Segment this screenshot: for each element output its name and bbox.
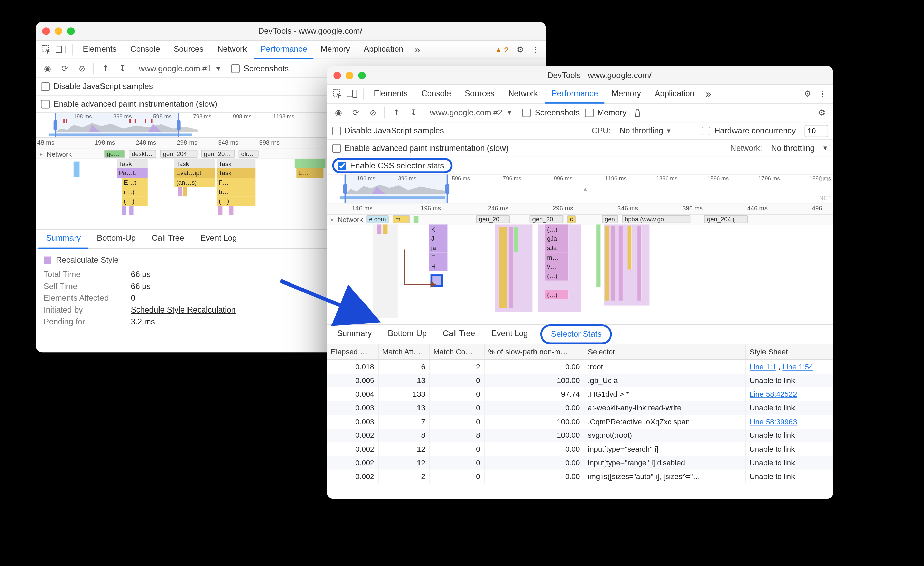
cpu-throttle-select[interactable]: No throttling ▼ [620,126,672,135]
table-row[interactable]: 0.0021200.00input[type="search" i]Unable… [327,442,833,456]
stylesheet-link[interactable]: Line 58:42522 [750,390,797,399]
network-track[interactable]: ▸ Network e.com m=… gen_20… gen_20… c ge… [327,214,833,224]
table-row[interactable]: 0.0031300.00a:-webkit-any-link:read-writ… [327,401,833,415]
col-match-count[interactable]: Match Co… [429,344,484,360]
tab-console[interactable]: Console [415,84,457,103]
table-row[interactable]: 0.002200.00img:is([sizes="auto" i], [siz… [327,470,833,483]
table-row[interactable]: 0.00370100.00.CqmPRe:active .oXqZxc span… [327,414,833,428]
table-row[interactable]: 0.018620.00:rootLine 1:1 , Line 1:54 [327,360,833,373]
memory-checkbox[interactable]: Memory [585,108,627,117]
tab-bottom-up[interactable]: Bottom-Up [89,229,143,249]
reload-record-icon[interactable]: ⟳ [58,63,71,73]
overview-timeline[interactable]: 196 ms 396 ms 596 ms 796 ms 996 ms 1196 … [327,175,833,203]
table-row[interactable]: 0.005130100.00.gb_Uc aUnable to link [327,373,833,387]
titlebar[interactable]: DevTools - www.google.com/ [36,22,546,40]
tab-event-log[interactable]: Event Log [193,229,244,249]
screenshots-checkbox[interactable]: Screenshots [231,63,289,73]
trash-icon[interactable] [632,108,644,117]
tab-network[interactable]: Network [211,40,253,59]
tab-call-tree[interactable]: Call Tree [435,324,483,344]
table-row[interactable]: 0.00288100.00svg:not(:root)Unable to lin… [327,428,833,442]
stylesheet-link[interactable]: Line 1:54 [782,362,813,371]
minimize-icon[interactable] [55,27,62,35]
kebab-menu-icon[interactable]: ⋮ [816,89,830,99]
tab-sources[interactable]: Sources [168,40,210,59]
paint-instr-checkbox[interactable]: Enable advanced paint instrumentation (s… [332,143,508,153]
zoom-icon[interactable] [358,71,366,79]
screenshots-checkbox[interactable]: Screenshots [522,108,580,117]
col-match-attempts[interactable]: Match Att… [378,344,429,360]
network-throttle-select[interactable]: No throttling ▼ [771,143,828,153]
table-row[interactable]: 0.0021200.00input[type="range" i]:disabl… [327,456,833,470]
col-stylesheet[interactable]: Style Sheet [746,344,833,360]
tab-performance[interactable]: Performance [545,84,604,103]
hw-concurrency-checkbox[interactable]: Hardware concurrency [702,126,796,135]
device-toolbar-icon[interactable] [346,89,360,98]
tab-performance[interactable]: Performance [254,40,313,59]
tab-application[interactable]: Application [648,84,701,103]
col-elapsed[interactable]: Elapsed …▼ [327,344,378,360]
overview-handle-right[interactable] [446,184,449,194]
perf-toolbar: ◉ ⟳ ⊘ ↥ ↧ www.google.com #2 ▼ Screenshot… [327,103,833,122]
inspect-icon[interactable] [331,89,345,99]
close-icon[interactable] [333,71,340,79]
stylesheet-link[interactable]: Line 58:39963 [750,417,797,426]
inspect-icon[interactable] [40,45,54,55]
enable-css-selector-stats-checkbox[interactable]: Enable CSS selector stats [332,158,453,173]
reload-record-icon[interactable]: ⟳ [350,108,362,117]
overview-handle-left[interactable] [343,184,347,194]
tab-elements[interactable]: Elements [368,84,414,103]
hw-concurrency-input[interactable] [804,124,828,137]
disable-js-checkbox[interactable]: Disable JavaScript samples [41,82,153,91]
tab-elements[interactable]: Elements [76,40,123,59]
overview-handle-right[interactable] [177,120,181,130]
profile-selector[interactable]: www.google.com #2 ▼ [425,108,517,117]
kebab-menu-icon[interactable]: ⋮ [528,45,542,54]
tab-event-log[interactable]: Event Log [484,324,536,344]
flame-ruler[interactable]: 146 ms 196 ms 246 ms 296 ms 346 ms 396 m… [327,203,833,214]
clear-icon[interactable]: ⊘ [367,108,380,117]
more-tabs-icon[interactable]: » [702,88,715,99]
tab-call-tree[interactable]: Call Tree [144,229,192,249]
net-track-label: NET [819,195,831,201]
flame-chart[interactable]: K J ja F H (…) gJa sJa m… v… (…) (…) [327,224,833,324]
download-icon[interactable]: ↧ [116,63,129,73]
col-selector[interactable]: Selector [584,344,746,360]
gear-icon[interactable]: ⚙ [513,45,527,54]
tab-memory[interactable]: Memory [605,84,647,103]
device-toolbar-icon[interactable] [55,45,69,54]
warnings-badge[interactable]: ▲ 2 [491,45,512,54]
overview-handle-left[interactable] [54,120,57,130]
more-tabs-icon[interactable]: » [411,44,424,55]
tab-summary[interactable]: Summary [39,229,88,249]
download-icon[interactable]: ↧ [407,108,420,117]
clear-icon[interactable]: ⊘ [76,63,88,73]
col-slow-path[interactable]: % of slow-path non-m… [484,344,584,360]
gear-icon[interactable]: ⚙ [801,89,814,99]
titlebar[interactable]: DevTools - www.google.com/ [327,66,833,84]
tab-console[interactable]: Console [124,40,166,59]
paint-instr-checkbox[interactable]: Enable advanced paint instrumentation (s… [41,99,218,108]
capture-settings-gear-icon[interactable]: ⚙ [816,108,828,117]
record-icon[interactable]: ◉ [41,63,54,73]
tab-application[interactable]: Application [357,40,410,59]
stylesheet-link[interactable]: Line 1:1 [750,362,776,371]
tab-network[interactable]: Network [502,84,544,103]
screenshots-label: Screenshots [244,63,289,73]
table-row[interactable]: 0.004133097.74.HG1dvd > *Line 58:42522 [327,387,833,401]
initiated-by-link[interactable]: Schedule Style Recalculation [131,305,236,314]
tab-bottom-up[interactable]: Bottom-Up [380,324,434,344]
tab-memory[interactable]: Memory [314,40,356,59]
profile-selector[interactable]: www.google.com #1 ▼ [134,63,226,73]
minimize-icon[interactable] [346,71,353,79]
event-title: Recalculate Style [56,255,119,264]
close-icon[interactable] [42,27,50,35]
tab-summary[interactable]: Summary [330,324,379,344]
upload-icon[interactable]: ↥ [390,108,403,117]
disable-js-checkbox[interactable]: Disable JavaScript samples [332,126,444,135]
upload-icon[interactable]: ↥ [99,63,112,73]
tab-selector-stats[interactable]: Selector Stats [541,324,612,344]
zoom-icon[interactable] [67,27,75,35]
tab-sources[interactable]: Sources [459,84,501,103]
record-icon[interactable]: ◉ [332,108,345,117]
